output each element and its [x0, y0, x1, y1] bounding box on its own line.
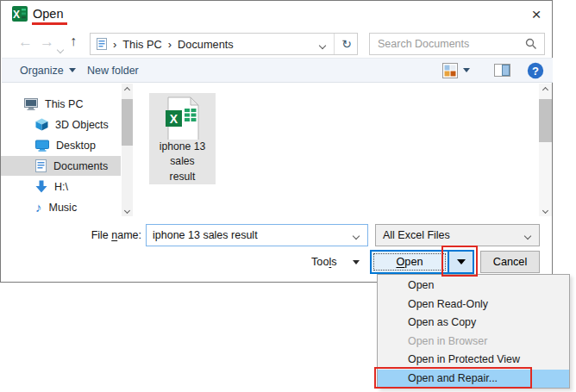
sidebar-item-h-drive[interactable]: H:\: [1, 177, 121, 196]
refresh-icon[interactable]: ↻: [336, 37, 357, 51]
file-type-combobox[interactable]: All Excel Files: [375, 224, 540, 246]
up-one-level-icon[interactable]: ↑: [70, 34, 77, 48]
scroll-up-icon[interactable]: [122, 84, 133, 96]
document-icon: [35, 159, 47, 172]
desktop-monitor-icon: [35, 140, 49, 152]
cancel-button[interactable]: Cancel: [480, 251, 540, 273]
cube-icon: [35, 118, 48, 131]
title-red-underline-annotation: [32, 22, 67, 25]
sidebar-label: This PC: [45, 98, 83, 110]
menu-item-open-in-browser: Open in Browser: [378, 333, 569, 352]
search-box: [369, 33, 545, 55]
command-toolbar: Organize New folder: [2, 58, 553, 83]
tools-button[interactable]: Tools: [311, 252, 360, 272]
file-name-label: File name:: [77, 229, 141, 241]
organize-button[interactable]: Organize: [20, 59, 76, 82]
sidebar-label: H:\: [54, 181, 68, 193]
computer-icon: [24, 98, 38, 110]
svg-text:X: X: [13, 9, 20, 21]
help-button[interactable]: ?: [527, 59, 544, 82]
scrollbar-thumb[interactable]: [539, 99, 552, 142]
svg-text:X: X: [169, 112, 178, 126]
preview-pane-button[interactable]: [494, 59, 510, 82]
file-name-input[interactable]: [147, 225, 367, 246]
music-note-icon: ♪: [35, 201, 42, 214]
recent-locations-chevron-icon[interactable]: [58, 40, 63, 56]
views-dropdown-icon: [463, 68, 470, 72]
scroll-up-icon[interactable]: [539, 84, 552, 96]
scroll-down-icon[interactable]: [539, 204, 552, 216]
open-dialog-window: X Open × ← → ↑ › This PC › Documents ↻: [0, 0, 553, 283]
menu-item-open-as-copy[interactable]: Open as Copy: [378, 314, 569, 333]
organize-dropdown-icon: [69, 68, 76, 72]
window-title: Open: [33, 7, 63, 21]
address-divider: [334, 34, 335, 54]
breadcrumb-separator: ›: [113, 38, 116, 51]
search-icon[interactable]: [525, 38, 537, 50]
cancel-label: Cancel: [493, 256, 528, 268]
breadcrumb-documents[interactable]: Documents: [178, 38, 234, 51]
svg-text:?: ?: [532, 64, 539, 77]
address-bar[interactable]: › This PC › Documents ↻: [90, 33, 358, 55]
new-folder-label: New folder: [87, 65, 139, 77]
excel-file-icon: X: [163, 96, 203, 140]
red-box-annotation-open-and-repair: [374, 367, 532, 389]
sidebar-label: 3D Objects: [55, 119, 109, 131]
sidebar-item-3d-objects[interactable]: 3D Objects: [1, 115, 121, 134]
screenshot-canvas: X Open × ← → ↑ › This PC › Documents ↻: [0, 0, 576, 392]
organize-label: Organize: [20, 65, 64, 77]
sidebar-label: Desktop: [56, 140, 96, 152]
file-type-dropdown-chevron-icon: [524, 233, 531, 240]
search-input[interactable]: [370, 38, 525, 50]
documents-folder-icon: [97, 38, 107, 50]
file-name-combobox: [146, 224, 368, 246]
scrollbar-thumb[interactable]: [122, 99, 133, 146]
sidebar-item-music[interactable]: ♪ Music: [1, 197, 121, 217]
new-folder-button[interactable]: New folder: [87, 59, 139, 82]
views-button[interactable]: [442, 59, 470, 82]
preview-pane-icon: [494, 64, 510, 77]
forward-icon[interactable]: →: [40, 34, 54, 49]
file-name-caption: iphone 13 sales result: [160, 140, 206, 185]
sidebar-item-this-pc[interactable]: This PC: [1, 94, 121, 114]
sidebar-label: Music: [49, 202, 78, 214]
menu-item-open[interactable]: Open: [378, 277, 569, 296]
help-icon: ?: [527, 62, 544, 79]
address-dropdown-chevron-icon[interactable]: [320, 36, 325, 52]
sidebar-scrollbar[interactable]: [122, 84, 133, 216]
scroll-down-icon[interactable]: [122, 204, 133, 216]
red-box-annotation-open-dropdown: [441, 246, 478, 277]
file-list-scrollbar[interactable]: [539, 84, 552, 216]
sidebar-item-desktop[interactable]: Desktop: [1, 135, 121, 155]
menu-item-open-read-only[interactable]: Open Read-Only: [378, 296, 569, 314]
breadcrumb-this-pc[interactable]: This PC: [122, 38, 162, 51]
file-item-iphone-13-sales-result[interactable]: X iphone 13 sales result: [149, 93, 216, 184]
back-icon[interactable]: ←: [18, 34, 33, 49]
breadcrumb-separator: ›: [168, 38, 172, 51]
open-button[interactable]: Open: [372, 252, 448, 272]
views-grid-icon: [442, 63, 458, 78]
tools-label: Tools: [311, 256, 337, 268]
sidebar-label: Documents: [53, 160, 108, 172]
close-icon[interactable]: ×: [523, 3, 549, 25]
file-type-value: All Excel Files: [383, 229, 450, 241]
sidebar-item-documents[interactable]: Documents: [1, 156, 121, 176]
tools-dropdown-icon: [353, 260, 360, 264]
drive-down-arrow-icon: [35, 180, 47, 193]
excel-app-icon: X: [12, 6, 28, 22]
